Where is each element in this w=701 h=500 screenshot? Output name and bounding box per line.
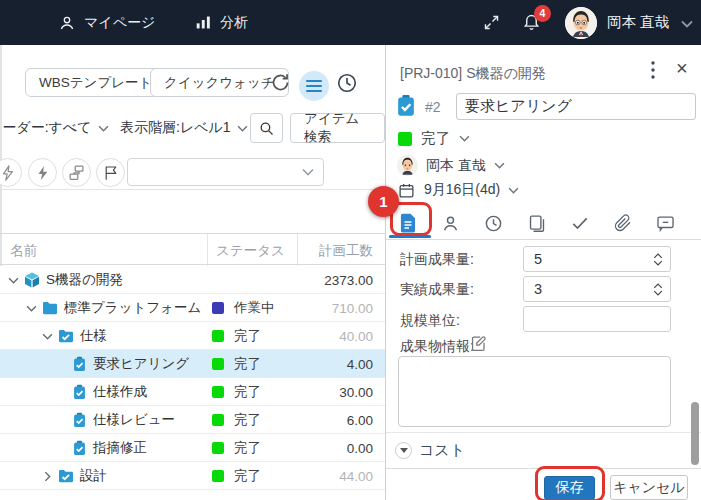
tab-related[interactable]	[515, 207, 558, 239]
tab-people[interactable]	[429, 207, 472, 239]
annotation-highlight-save-button	[535, 466, 605, 500]
search-button[interactable]	[250, 113, 283, 143]
wbs-left-panel: WBSテンプレート クイックウォッチ リーダー:すべて 表示階層:レベル1 アイ…	[0, 45, 386, 500]
person-icon	[58, 14, 76, 32]
stepper-arrows[interactable]	[653, 283, 663, 296]
toolbar-combobox[interactable]	[127, 158, 324, 186]
status-swatch	[212, 330, 224, 342]
row-label: 仕様	[80, 327, 107, 345]
kebab-icon[interactable]	[651, 61, 655, 82]
level-filter[interactable]: 表示階層:レベル1	[120, 119, 248, 137]
menu-icon[interactable]	[299, 71, 329, 101]
table-row-selected[interactable]: 要求ヒアリング 完了 4.00	[0, 350, 385, 378]
tab-time[interactable]	[472, 207, 515, 239]
status-label: 完了	[421, 129, 450, 148]
refresh-icon[interactable]	[270, 72, 291, 93]
notification-badge: 4	[534, 5, 551, 22]
issue-title-input[interactable]	[456, 93, 696, 120]
status-selector[interactable]: 完了	[398, 129, 701, 148]
leader-filter[interactable]: リーダー:すべて	[0, 119, 109, 137]
user-avatar[interactable]	[565, 7, 597, 39]
stepper-arrows[interactable]	[653, 253, 663, 266]
actual-output-label: 実績成果量:	[400, 281, 474, 299]
table-row-design[interactable]: 設計 完了 44.00	[0, 462, 385, 490]
nav-my-page[interactable]: マイページ	[58, 14, 155, 32]
user-name: 岡本 直哉	[607, 13, 669, 32]
calendar-icon	[398, 182, 415, 199]
nav-my-page-label: マイページ	[84, 14, 155, 32]
planned-output-stepper[interactable]	[523, 246, 671, 272]
cost-section-header[interactable]: コスト	[386, 432, 701, 468]
clock-icon[interactable]	[336, 72, 358, 94]
clipboard-check-icon	[72, 384, 87, 400]
item-search-button[interactable]: アイテム検索	[290, 113, 385, 143]
planned-output-label: 計画成果量:	[400, 251, 474, 269]
status-swatch	[212, 386, 224, 398]
tab-checklist[interactable]	[558, 207, 601, 239]
table-row-project[interactable]: S機器の開発 2373.00	[0, 266, 385, 294]
chevron-expanded-icon[interactable]	[6, 277, 20, 284]
status-swatch	[212, 414, 224, 426]
row-hours: 30.00	[339, 378, 373, 406]
nav-analysis-label: 分析	[220, 14, 248, 32]
clipboard-check-icon	[395, 94, 417, 117]
chevron-down-icon	[237, 125, 248, 132]
chevron-down-icon	[302, 168, 314, 176]
row-hours: 4.00	[347, 350, 373, 378]
chevron-expanded-icon[interactable]	[24, 305, 38, 312]
hierarchy-button[interactable]	[62, 158, 91, 187]
tab-comments[interactable]	[644, 207, 687, 239]
chevron-expanded-icon[interactable]	[40, 333, 54, 340]
cancel-button[interactable]: キャンセル	[610, 475, 688, 500]
table-row-spec[interactable]: 仕様 完了 40.00	[0, 322, 385, 350]
row-label: 設計	[80, 467, 107, 485]
table-row-platform[interactable]: 標準プラットフォーム 作業中 710.00	[0, 294, 385, 322]
due-date-selector[interactable]: 9月16日(4d)	[398, 181, 701, 199]
table-row[interactable]: 指摘修正 完了 0.00	[0, 434, 385, 462]
collapse-triangle-icon[interactable]	[395, 442, 412, 459]
actual-output-stepper[interactable]	[523, 276, 671, 302]
unit-field[interactable]	[523, 306, 671, 332]
planned-output-input[interactable]	[524, 251, 634, 267]
row-hours: 40.00	[339, 322, 373, 350]
close-icon[interactable]: ×	[676, 58, 688, 78]
row-label: 指摘修正	[93, 439, 147, 457]
tab-attachments[interactable]	[601, 207, 644, 239]
row-label: 仕様作成	[93, 383, 147, 401]
chevron-down-icon	[459, 135, 470, 142]
cube-icon	[24, 272, 40, 288]
flag-button[interactable]	[96, 158, 125, 187]
row-hours: 2373.00	[324, 266, 373, 294]
expand-icon[interactable]	[483, 14, 500, 31]
table-row[interactable]: 仕様作成 完了 30.00	[0, 378, 385, 406]
user-menu-chevron-icon[interactable]	[681, 15, 693, 31]
row-hours: 44.00	[339, 462, 373, 490]
row-hours: 6.00	[347, 406, 373, 434]
annotation-step-badge: 1	[368, 186, 399, 217]
quick-watch-button[interactable]: クイックウォッチ	[150, 68, 289, 97]
assignee-selector[interactable]: 岡本 直哉	[397, 155, 701, 176]
note-edit-icon[interactable]	[470, 335, 487, 352]
assignee-avatar	[397, 155, 418, 176]
row-hours: 710.00	[332, 294, 373, 322]
row-hours: 0.00	[347, 434, 373, 462]
status-label: 完了	[234, 411, 261, 429]
table-row[interactable]: 仕様レビュー 完了 6.00	[0, 406, 385, 434]
lightning-filled-button[interactable]	[28, 158, 57, 187]
row-label: 仕様レビュー	[93, 411, 175, 429]
lightning-filled-icon	[36, 165, 50, 181]
unit-input[interactable]	[524, 311, 634, 327]
wbs-template-button[interactable]: WBSテンプレート	[25, 68, 166, 97]
scrollbar-thumb[interactable]	[691, 402, 699, 465]
status-label: 作業中	[234, 299, 275, 317]
column-header-status: ステータス	[216, 242, 285, 260]
lightning-outline-button[interactable]	[0, 158, 22, 187]
nav-analysis[interactable]: 分析	[195, 14, 248, 32]
folder-icon	[42, 301, 58, 315]
flag-icon	[103, 165, 119, 181]
chevron-collapsed-icon[interactable]	[40, 471, 54, 482]
notifications-button[interactable]: 4	[522, 12, 541, 34]
actual-output-input[interactable]	[524, 281, 634, 297]
deliverable-textarea[interactable]	[398, 356, 671, 427]
deliverable-label: 成果物情報:	[400, 338, 474, 356]
